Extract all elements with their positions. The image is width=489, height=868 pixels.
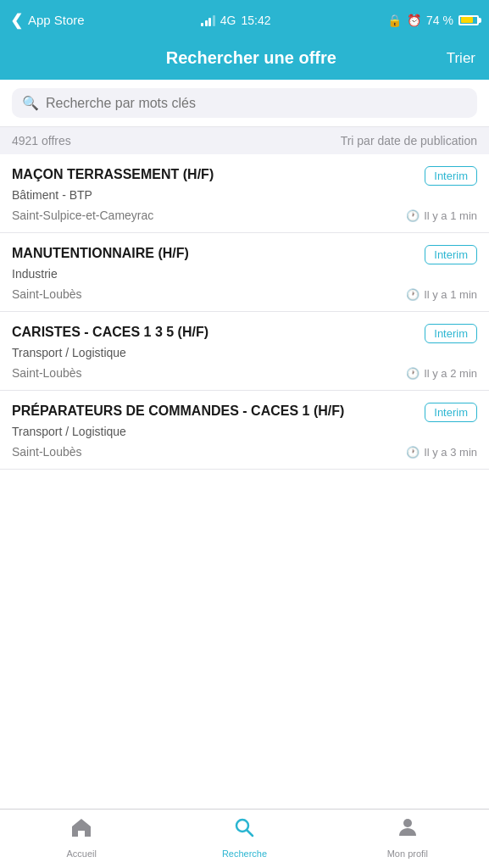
battery-fill (461, 17, 473, 23)
job-title-3: PRÉPARATEURS DE COMMANDES - CACES 1 (H/F… (12, 403, 416, 420)
clock-icon-3: 🕐 (406, 446, 420, 459)
network-label: 4G (220, 14, 236, 27)
job-badge-1: Interim (425, 245, 477, 264)
time-label: 15:42 (241, 14, 270, 27)
clock-icon-2: 🕐 (406, 367, 420, 380)
battery-percent: 74 % (426, 14, 453, 27)
search-container: 🔍 (0, 80, 489, 127)
job-location-0: Saint-Sulpice-et-Cameyrac (12, 209, 153, 222)
job-listings: MAÇON TERRASSEMENT (H/F) Interim Bâtimen… (0, 154, 489, 809)
tab-accueil-label: Accueil (66, 849, 96, 859)
clock-icon-0: 🕐 (406, 209, 420, 222)
status-center: 4G 15:42 (201, 14, 270, 27)
job-item-3[interactable]: PRÉPARATEURS DE COMMANDES - CACES 1 (H/F… (0, 391, 489, 470)
tab-profil[interactable]: Mon profil (326, 815, 489, 859)
job-item-1[interactable]: MANUTENTIONNAIRE (H/F) Interim Industrie… (0, 233, 489, 312)
job-header-0: MAÇON TERRASSEMENT (H/F) Interim (12, 166, 477, 186)
results-summary: 4921 offres Tri par date de publication (0, 127, 489, 154)
search-bar: 🔍 (12, 88, 477, 118)
job-category-1: Industrie (12, 267, 477, 281)
job-time-0: 🕐 Il y a 1 min (406, 209, 477, 222)
person-icon (396, 815, 420, 845)
tab-accueil[interactable]: Accueil (0, 815, 163, 859)
job-time-2: 🕐 Il y a 2 min (406, 367, 477, 380)
tab-bar: Accueil Recherche Mon profil (0, 809, 489, 868)
status-left: ❮ App Store (10, 11, 85, 30)
job-header-1: MANUTENTIONNAIRE (H/F) Interim (12, 245, 477, 264)
job-time-3: 🕐 Il y a 3 min (406, 446, 477, 459)
search-tab-icon (232, 815, 256, 845)
svg-line-1 (247, 831, 253, 837)
svg-point-2 (403, 819, 412, 827)
search-icon: 🔍 (22, 95, 39, 111)
job-category-3: Transport / Logistique (12, 425, 477, 438)
alarm-icon: ⏰ (407, 14, 421, 27)
job-location-1: Saint-Loubès (12, 287, 82, 301)
status-bar: ❮ App Store 4G 15:42 🔒 ⏰ 74 % (0, 0, 489, 40)
home-icon (69, 815, 93, 845)
lock-icon: 🔒 (387, 14, 402, 27)
signal-icon (201, 14, 215, 26)
job-badge-2: Interim (425, 324, 477, 343)
job-footer-3: Saint-Loubès 🕐 Il y a 3 min (12, 445, 477, 459)
sort-button[interactable]: Trier (447, 50, 475, 67)
job-footer-0: Saint-Sulpice-et-Cameyrac 🕐 Il y a 1 min (12, 209, 477, 222)
job-badge-0: Interim (425, 166, 477, 186)
job-item-2[interactable]: CARISTES - CACES 1 3 5 (H/F) Interim Tra… (0, 312, 489, 391)
job-location-2: Saint-Loubès (12, 366, 82, 380)
job-header-3: PRÉPARATEURS DE COMMANDES - CACES 1 (H/F… (12, 403, 477, 422)
sort-label: Tri par date de publication (341, 134, 477, 147)
back-arrow-icon: ❮ (10, 11, 23, 30)
job-category-0: Bâtiment - BTP (12, 188, 477, 202)
app-store-label: App Store (28, 13, 85, 27)
job-header-2: CARISTES - CACES 1 3 5 (H/F) Interim (12, 324, 477, 343)
battery-icon (458, 15, 479, 25)
job-title-1: MANUTENTIONNAIRE (H/F) (12, 245, 416, 263)
job-title-2: CARISTES - CACES 1 3 5 (H/F) (12, 324, 416, 342)
page-title: Rechercher une offre (56, 48, 447, 68)
job-category-2: Transport / Logistique (12, 346, 477, 359)
job-location-3: Saint-Loubès (12, 445, 82, 459)
job-time-1: 🕐 Il y a 1 min (406, 288, 477, 301)
tab-recherche[interactable]: Recherche (163, 815, 325, 859)
results-count: 4921 offres (12, 134, 71, 147)
tab-recherche-label: Recherche (222, 849, 267, 859)
job-footer-2: Saint-Loubès 🕐 Il y a 2 min (12, 366, 477, 380)
job-item-0[interactable]: MAÇON TERRASSEMENT (H/F) Interim Bâtimen… (0, 154, 489, 233)
status-right: 🔒 ⏰ 74 % (387, 14, 479, 27)
search-input[interactable] (46, 96, 467, 111)
job-badge-3: Interim (425, 403, 477, 422)
tab-profil-label: Mon profil (387, 849, 428, 859)
job-title-0: MAÇON TERRASSEMENT (H/F) (12, 166, 416, 184)
job-footer-1: Saint-Loubès 🕐 Il y a 1 min (12, 287, 477, 301)
header: Rechercher une offre Trier (0, 40, 489, 80)
clock-icon-1: 🕐 (406, 288, 420, 301)
